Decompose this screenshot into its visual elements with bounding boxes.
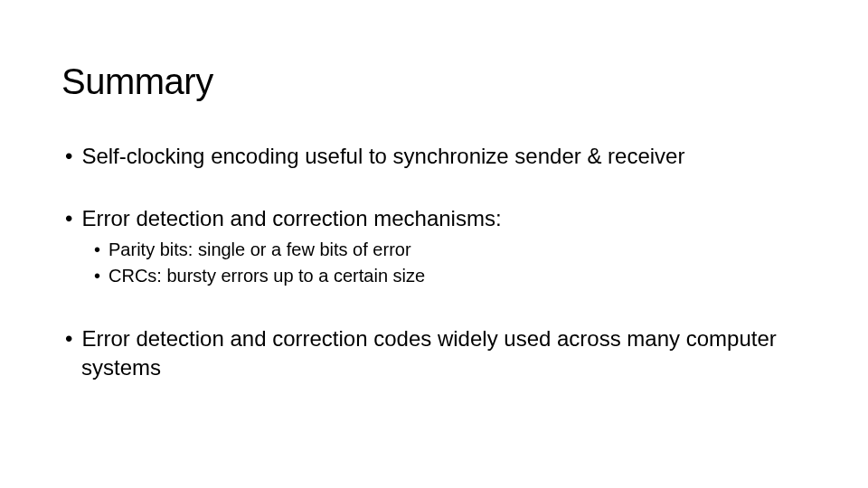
bullet-level1: Error detection and correction mechanism… <box>61 204 807 232</box>
bullet-level2: CRCs: bursty errors up to a certain size <box>61 264 807 288</box>
bullet-level1: Self-clocking encoding useful to synchro… <box>61 142 807 170</box>
bullet-level2: Parity bits: single or a few bits of err… <box>61 238 807 262</box>
slide-title: Summary <box>61 61 807 102</box>
sub-bullet-group: Parity bits: single or a few bits of err… <box>61 238 807 288</box>
bullet-level1: Error detection and correction codes wid… <box>61 324 807 380</box>
